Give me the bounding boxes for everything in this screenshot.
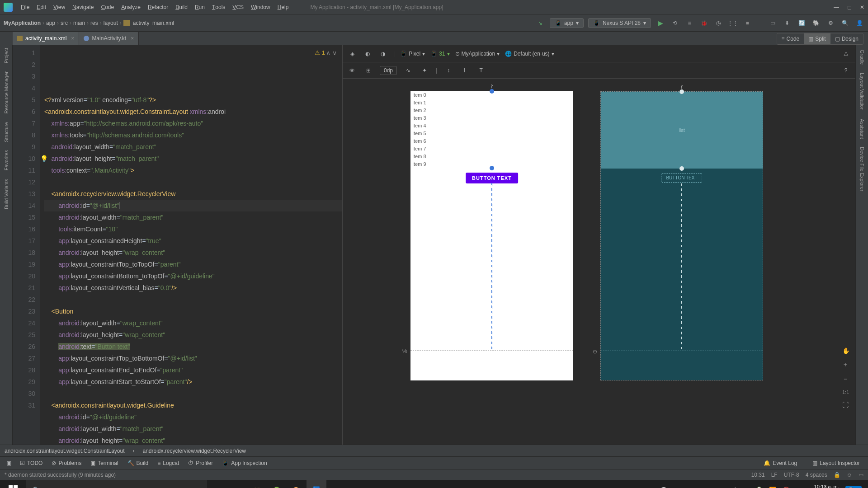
lock-icon[interactable]: 🔒 [834, 472, 840, 478]
menu-help[interactable]: Help [274, 4, 292, 10]
eye-icon[interactable]: 👁 [347, 66, 357, 75]
face-icon[interactable]: ☺ [847, 472, 852, 478]
code-line[interactable]: <androidx.constraintlayout.widget.Guidel… [44, 399, 342, 411]
code-line[interactable]: <androidx.recyclerview.widget.RecyclerVi… [44, 188, 342, 200]
menu-run[interactable]: Run [191, 4, 208, 10]
meet-now-icon[interactable]: 💬 [660, 487, 667, 488]
breadcrumb-item[interactable]: activity_main.xml [133, 20, 174, 26]
bottom-tab-app-inspection[interactable]: 📱 App Inspection [217, 459, 271, 468]
preview-list-item[interactable]: Item 1 [410, 99, 573, 107]
margin-value[interactable]: 0dp [380, 66, 397, 75]
chrome-icon[interactable]: 🟢 [267, 480, 287, 488]
status-indent[interactable]: 4 spaces [806, 472, 827, 478]
design-canvas[interactable]: Palette Component Tree ⫯ Item 0Item 1Ite… [343, 79, 855, 445]
explorer-icon[interactable]: 📁 [247, 480, 267, 488]
start-button[interactable] [0, 480, 26, 488]
code-line[interactable]: app:layout_constrainedHeight="true" [44, 235, 342, 247]
tool-device-file-explorer[interactable]: Device File Explorer [859, 147, 865, 191]
code-line[interactable]: android:text="Button text" [44, 341, 342, 352]
apply-code-icon[interactable]: ≡ [684, 18, 694, 28]
bottom-tab-build[interactable]: 🔨 Build [123, 459, 153, 468]
battery-icon[interactable]: 🔋 [755, 487, 763, 488]
code-line[interactable]: app:layout_constraintStart_toStartOf="pa… [44, 376, 342, 388]
code-line[interactable]: android:layout_width="match_parent" [44, 141, 342, 153]
zoom-to-fit-icon[interactable]: ⛶ [842, 401, 850, 408]
blueprint-icon[interactable]: ⊞ [363, 66, 373, 75]
language-indicator[interactable]: ESP [796, 487, 808, 488]
tool-gradle[interactable]: Gradle [859, 50, 865, 65]
code-line[interactable]: android:id="@+id/list" [44, 200, 342, 211]
blueprint-button[interactable]: BUTTON TEXT [661, 173, 702, 183]
percent-icon[interactable]: % [402, 348, 407, 354]
app-icon[interactable]: 🎨 [287, 480, 307, 488]
run-button[interactable]: ▶ [656, 18, 665, 28]
onedrive-icon[interactable]: ☁ [743, 487, 749, 488]
theme-selector[interactable]: ⊙ MyApplication ▾ [455, 51, 500, 57]
constraint-handle[interactable] [679, 166, 684, 171]
design-surface-icon[interactable]: ◈ [347, 49, 357, 59]
code-line[interactable] [44, 176, 342, 188]
bottom-tab-problems[interactable]: ⊘ Problems [47, 459, 86, 468]
avatar-icon[interactable]: 👤 [854, 18, 864, 28]
code-line[interactable]: app:layout_constraintEnd_toEndOf="parent… [44, 364, 342, 376]
breadcrumb-item[interactable]: androidx.recyclerview.widget.RecyclerVie… [143, 448, 246, 454]
code-line[interactable]: app:layout_constraintVertical_bias="0.0"… [44, 282, 342, 294]
settings-icon[interactable]: ⚙ [826, 18, 835, 28]
tool-window-icon[interactable]: ▣ [4, 458, 14, 468]
code-line[interactable]: android:layout_width="wrap_content" [44, 317, 342, 329]
menu-tools[interactable]: Tools [208, 4, 229, 10]
menu-refactor[interactable]: Refactor [144, 4, 172, 10]
blueprint-list-view[interactable]: list [601, 92, 763, 169]
taskbar-search[interactable]: 🔍 Escribe aquí para buscar [26, 480, 207, 488]
pan-icon[interactable]: ✋ [842, 347, 850, 354]
magic-icon[interactable]: ✦ [420, 66, 429, 75]
close-tab-icon[interactable]: × [131, 35, 134, 42]
code-line[interactable]: android:layout_height="wrap_content" [44, 247, 342, 258]
breadcrumb-item[interactable]: res [90, 20, 98, 26]
inspection-nav[interactable]: ∧ ∨ [326, 47, 337, 59]
zoom-out-icon[interactable]: － [842, 375, 850, 383]
help-icon[interactable]: ? [841, 66, 851, 75]
code-line[interactable]: xmlns:tools="http://schemas.android.com/… [44, 129, 342, 141]
code-line[interactable]: android:layout_height="wrap_content" [44, 329, 342, 341]
menu-file[interactable]: File [17, 4, 33, 10]
preview-list-item[interactable]: Item 5 [410, 130, 573, 137]
volume-icon[interactable]: 🔇 [783, 487, 790, 488]
tool-structure[interactable]: Structure [4, 122, 9, 142]
menu-analyze[interactable]: Analyze [118, 4, 144, 10]
tool-favorites[interactable]: Favorites [4, 150, 9, 170]
percent-icon[interactable]: ⊙ [593, 348, 597, 355]
structure-breadcrumb[interactable]: androidx.constraintlayout.widget.Constra… [0, 445, 868, 456]
attach-icon[interactable]: ⋮⋮ [728, 18, 738, 28]
menu-build[interactable]: Build [172, 4, 191, 10]
android-studio-taskbar-icon[interactable]: 🟦 [307, 480, 326, 488]
menu-vcs[interactable]: VCS [229, 4, 247, 10]
code-line[interactable]: app:layout_constraintTop_toBottomOf="@+i… [44, 352, 342, 364]
design-surface-view[interactable]: ⫯ Item 0Item 1Item 2Item 3Item 4Item 5It… [410, 91, 573, 380]
sync-icon[interactable]: 🔄 [797, 18, 807, 28]
editor-tab[interactable]: MainActivity.kt× [79, 32, 139, 45]
breadcrumb-item[interactable]: androidx.constraintlayout.widget.Constra… [5, 448, 125, 454]
menu-navigate[interactable]: Navigate [69, 4, 97, 10]
code-line[interactable]: <?xml version="1.0" encoding="utf-8"?> [44, 94, 342, 106]
taskbar-clock[interactable]: 10:13 a. m. 29/09/2021 [814, 484, 839, 488]
profiler-icon[interactable]: ◷ [713, 18, 723, 28]
code-line[interactable]: xmlns:app="http://schemas.android.com/ap… [44, 117, 342, 129]
stop-icon[interactable]: ■ [742, 18, 752, 28]
code-line[interactable]: <Button [44, 305, 342, 317]
maximize-button[interactable]: ◻ [847, 4, 852, 10]
preview-list-item[interactable]: Item 4 [410, 122, 573, 130]
bottom-tab-profiler[interactable]: ⏱ Profiler [184, 459, 217, 468]
menu-edit[interactable]: Edit [33, 4, 50, 10]
build-hammer-icon[interactable]: ↘ [535, 18, 545, 28]
breadcrumb-item[interactable]: main [73, 20, 85, 26]
bottom-tab-todo[interactable]: ☑ TODO [15, 459, 47, 468]
code-line[interactable] [44, 388, 342, 399]
editor-tab[interactable]: activity_main.xml× [13, 32, 79, 45]
breadcrumb-item[interactable]: layout [104, 20, 118, 26]
gradle-icon[interactable]: 🐘 [811, 18, 821, 28]
search-icon[interactable]: 🔍 [840, 18, 850, 28]
code-line[interactable]: app:layout_constraintBottom_toTopOf="@+i… [44, 270, 342, 282]
tool-layout-validation[interactable]: Layout Validation [859, 73, 865, 111]
zoom-fit-icon[interactable]: 1:1 [842, 389, 850, 395]
